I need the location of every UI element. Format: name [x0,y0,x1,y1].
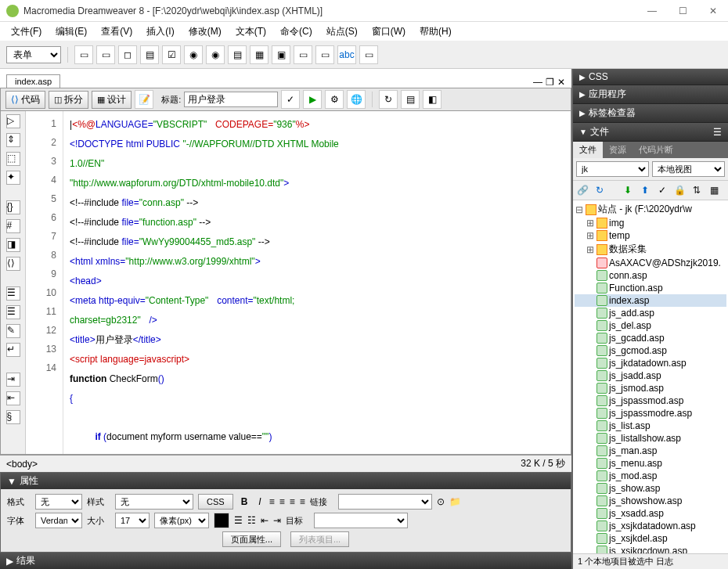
view-code-button[interactable]: ⟨⟩ 代码 [5,91,45,109]
tool-hidden-icon[interactable]: ◻ [118,45,137,64]
tree-file[interactable]: js_mod.asp [575,470,726,482]
align-justify-icon[interactable]: ≡ [300,496,305,507]
checkout-icon[interactable]: ✓ [656,184,669,196]
tab-assets[interactable]: 资源 [603,142,632,158]
tree-file[interactable]: js_list.asp [575,420,726,432]
code-content[interactable]: |<%@LANGUAGE="VBSCRIPT" CODEPAGE="936"%>… [63,111,571,454]
tool-button-icon[interactable]: ▭ [315,45,334,64]
tool-list-icon[interactable]: ▤ [228,45,247,64]
options-icon[interactable]: ⚙ [325,90,344,109]
section-css[interactable]: ▶CSS [573,69,728,85]
align-center-icon[interactable]: ≡ [279,496,285,507]
menu-file[interactable]: 文件(F) [5,23,48,40]
section-tag[interactable]: ▶标签检查器 [573,104,728,123]
doc-minimize-icon[interactable]: — [533,77,542,88]
tree-file[interactable]: js_menu.asp [575,457,726,470]
browse-folder-icon[interactable]: 📁 [449,496,461,507]
tree-file[interactable]: js_del.asp [575,319,726,332]
tool-fieldset-icon[interactable]: ▭ [359,45,378,64]
color-swatch[interactable] [214,513,229,528]
put-icon[interactable]: ⬆ [639,184,651,196]
minimize-button[interactable]: — [643,4,661,18]
style-select[interactable]: 无 [115,494,193,510]
gutter-indent-icon[interactable]: ⇥ [6,373,20,387]
view-dropdown[interactable]: 本地视图 [652,161,725,177]
doc-tab-index[interactable]: index.asp [6,74,60,88]
tree-root[interactable]: ⊟ 站点 - jk (F:\2020ydr\w [575,202,726,217]
properties-header[interactable]: ▼ 属性 [1,473,571,489]
gutter-highlight-icon[interactable]: ◨ [6,238,20,252]
refresh-icon[interactable]: ↻ [379,90,398,109]
category-dropdown[interactable]: 表单 [6,46,61,63]
tree-folder[interactable]: ⊞ temp [575,229,726,242]
list-ul-icon[interactable]: ☰ [234,515,243,526]
doc-close-icon[interactable]: ✕ [557,77,565,88]
results-header[interactable]: ▶ 结果 [0,553,571,569]
tree-file[interactable]: js_showshow.asp [575,495,726,507]
tree-folder[interactable]: ⊞ 数据采集 [575,242,726,257]
tree-file[interactable]: js_man.asp [575,445,726,457]
sync-icon[interactable]: ⇅ [690,184,703,196]
tool-label-icon[interactable]: abc [337,45,356,64]
format-select[interactable]: 无 [35,494,82,510]
gutter-apply-icon[interactable]: ☰ [6,286,20,301]
font-select[interactable]: Verdana, [35,513,82,528]
target-select[interactable] [314,513,408,528]
list-ol-icon[interactable]: ☷ [247,515,256,526]
link-select[interactable] [338,494,432,510]
view-split-button[interactable]: ◫ 拆分 [49,91,88,109]
menu-commands[interactable]: 命令(C) [274,23,319,40]
gutter-collapse-icon[interactable]: ⇕ [6,133,20,147]
page-props-button[interactable]: 页面属性... [222,531,281,547]
tree-folder[interactable]: ⊞ img [575,217,726,229]
gutter-balance-icon[interactable]: {} [6,200,20,214]
validate-icon[interactable]: ✓ [281,90,300,109]
tool-radiogroup-icon[interactable]: ◉ [206,45,225,64]
gutter-wrap-icon[interactable]: ↵ [6,343,20,357]
view-design-button[interactable]: ▦ 设计 [92,91,132,109]
align-left-icon[interactable]: ≡ [269,496,275,507]
view-live-icon[interactable]: 📝 [135,90,153,109]
check-icon[interactable]: ▶ [303,90,322,109]
expand-icon[interactable]: ▦ [708,184,720,196]
maximize-button[interactable]: ☐ [674,4,692,18]
section-app[interactable]: ▶应用程序 [573,85,728,104]
close-button[interactable]: ✕ [705,4,722,18]
unit-select[interactable]: 像素(px) [154,513,209,528]
menu-help[interactable]: 帮助(H) [413,23,458,40]
file-tree[interactable]: ⊟ 站点 - jk (F:\2020ydr\w⊞ img⊞ temp⊞ 数据采集… [573,200,728,553]
gutter-outdent-icon[interactable]: ⇤ [6,391,20,405]
tree-file[interactable]: js_show.asp [575,482,726,495]
gutter-linenum-icon[interactable]: # [6,219,20,233]
view-options-icon[interactable]: ▤ [401,90,420,109]
gutter-syntax-icon[interactable]: ⟨⟩ [6,257,20,271]
panel-menu-icon[interactable]: ☰ [713,127,722,138]
connect-icon[interactable]: 🔗 [576,184,589,196]
tag-selector[interactable]: <body> [6,459,38,470]
gutter-format-icon[interactable]: § [6,410,20,424]
tool-checkbox-icon[interactable]: ☑ [162,45,181,64]
align-right-icon[interactable]: ≡ [290,496,295,507]
tree-file[interactable]: conn.asp [575,269,726,282]
tree-file[interactable]: js_gcmod.asp [575,344,726,357]
gutter-select-icon[interactable]: ✦ [6,171,20,185]
bold-button[interactable]: B [238,496,251,507]
gutter-expand-icon[interactable]: ⬚ [6,152,20,166]
section-files[interactable]: ▼文件☰ [573,123,728,142]
menu-modify[interactable]: 修改(M) [182,23,228,40]
tab-files[interactable]: 文件 [573,142,603,158]
doc-restore-icon[interactable]: ❐ [546,77,554,88]
css-button[interactable]: CSS [198,494,233,510]
preview-icon[interactable]: 🌐 [347,90,366,109]
refresh-files-icon[interactable]: ↻ [593,184,606,196]
menu-insert[interactable]: 插入(I) [140,23,180,40]
indent-left-icon[interactable]: ⇤ [261,515,268,526]
menu-text[interactable]: 文本(T) [229,23,272,40]
menu-site[interactable]: 站点(S) [320,23,364,40]
gutter-open-icon[interactable]: ▷ [6,114,20,128]
tree-file[interactable]: js_jsmod.asp [575,382,726,394]
tree-file[interactable]: js_jsadd.asp [575,369,726,382]
tool-imagefield-icon[interactable]: ▣ [272,45,290,64]
point-to-file-icon[interactable]: ⊙ [437,496,445,507]
tool-radio-icon[interactable]: ◉ [184,45,203,64]
